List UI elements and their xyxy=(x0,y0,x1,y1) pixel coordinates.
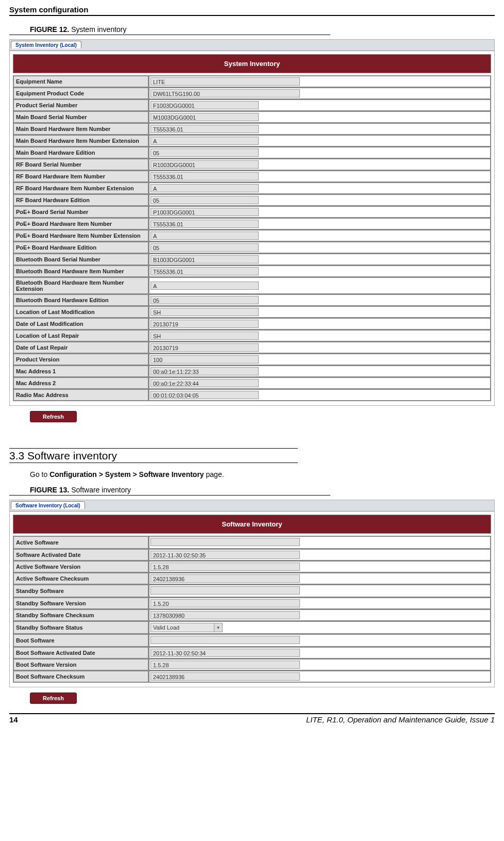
row-label: RF Board Hardware Item Number xyxy=(13,171,148,182)
footer-title: LITE, R1.0, Operation and Maintenance Gu… xyxy=(306,715,495,724)
table-row: Bluetooth Board Hardware Edition05 xyxy=(13,294,491,306)
row-label: Standby Software Status xyxy=(13,621,148,634)
readonly-field: T555336.01 xyxy=(150,220,259,228)
row-value: 1.5.28 xyxy=(149,561,491,572)
row-label: Date of Last Repair xyxy=(13,342,148,353)
table-row: Mac Address 100:a0:1e:11:22:33 xyxy=(13,366,491,377)
row-label: Date of Last Modification xyxy=(13,318,148,329)
row-value: M1003DGG0001 xyxy=(149,111,491,123)
row-label: Standby Software Checksum xyxy=(13,609,148,621)
row-value: 05 xyxy=(149,147,491,158)
table-row: Active Software xyxy=(13,536,491,549)
refresh-button[interactable]: Refresh xyxy=(30,411,77,422)
software-inventory-tab[interactable]: Software Inventory (Local) xyxy=(11,501,85,509)
row-value: T555336.01 xyxy=(149,171,491,182)
row-value: SH xyxy=(149,306,491,318)
readonly-field: 20130719 xyxy=(150,343,259,352)
readonly-field: 2012-11-30 02:50:35 xyxy=(150,551,300,559)
readonly-field: DW61LT5G190.00 xyxy=(150,89,300,97)
readonly-field xyxy=(150,538,300,546)
row-label: Standby Software xyxy=(13,585,148,597)
figure12-caption-text: System inventory xyxy=(69,25,126,34)
row-label: PoE+ Board Serial Number xyxy=(13,206,148,218)
readonly-field: R1003DGG0001 xyxy=(150,160,259,169)
table-row: Bluetooth Board Hardware Item Number Ext… xyxy=(13,277,491,294)
readonly-field: 1.5.28 xyxy=(150,563,300,571)
system-inventory-table: Equipment NameLITEEquipment Product Code… xyxy=(13,75,491,401)
readonly-field: 05 xyxy=(150,196,259,204)
row-label: Boot Software xyxy=(13,634,148,647)
table-row: Main Board Serial NumberM1003DGG0001 xyxy=(13,111,491,123)
software-inventory-table: Active SoftwareSoftware Activated Date20… xyxy=(13,536,491,683)
readonly-field xyxy=(150,586,300,595)
row-value: T555336.01 xyxy=(149,266,491,277)
table-row: Main Board Hardware Item Number Extensio… xyxy=(13,135,491,146)
table-row: Equipment Product CodeDW61LT5G190.00 xyxy=(13,88,491,99)
row-label: Bluetooth Board Serial Number xyxy=(13,254,148,265)
table-row: Equipment NameLITE xyxy=(13,76,491,87)
row-value: 00:a0:1e:22:33:44 xyxy=(149,377,491,389)
row-value: 1.5.20 xyxy=(149,598,491,609)
row-label: Bluetooth Board Hardware Item Number Ext… xyxy=(13,277,148,294)
row-value: A xyxy=(149,135,491,146)
chevron-down-icon[interactable]: ▼ xyxy=(214,623,222,632)
table-row: Date of Last Modification20130719 xyxy=(13,318,491,329)
row-label: Mac Address 1 xyxy=(13,366,148,377)
table-row: Boot Software xyxy=(13,634,491,647)
readonly-field: A xyxy=(150,184,259,192)
readonly-field: 1.5.28 xyxy=(150,661,300,669)
row-value: P1003DGG0001 xyxy=(149,206,491,218)
row-value: T555336.01 xyxy=(149,218,491,229)
figure13-caption: FIGURE 13. Software inventory xyxy=(9,486,330,496)
row-value: DW61LT5G190.00 xyxy=(149,88,491,99)
row-label: Mac Address 2 xyxy=(13,377,148,389)
row-value: 00:a0:1e:11:22:33 xyxy=(149,366,491,377)
row-value xyxy=(149,634,491,647)
page-footer: 14 LITE, R1.0, Operation and Maintenance… xyxy=(9,713,495,724)
row-label: Boot Software Version xyxy=(13,659,148,670)
readonly-field: 1378030980 xyxy=(150,611,300,619)
readonly-field: P1003DGG0001 xyxy=(150,208,259,216)
row-value: 100 xyxy=(149,354,491,365)
readonly-field: A xyxy=(150,282,259,290)
row-value: A xyxy=(149,230,491,241)
row-label: Product Serial Number xyxy=(13,100,148,111)
panel-tab-row: System Inventory (Local) xyxy=(10,40,494,51)
refresh-button[interactable]: Refresh xyxy=(30,692,77,704)
table-row: PoE+ Board Hardware Edition05 xyxy=(13,242,491,253)
system-inventory-tab[interactable]: System Inventory (Local) xyxy=(11,41,81,48)
panel-tab-row: Software Inventory (Local) xyxy=(10,500,494,511)
row-label: Equipment Name xyxy=(13,76,148,87)
table-row: RF Board Hardware Edition05 xyxy=(13,194,491,206)
readonly-field: 05 xyxy=(150,243,259,252)
table-row: Active Software Version1.5.28 xyxy=(13,561,491,572)
readonly-field: T555336.01 xyxy=(150,172,259,180)
row-value: LITE xyxy=(149,76,491,87)
table-row: PoE+ Board Serial NumberP1003DGG0001 xyxy=(13,206,491,218)
row-value: R1003DGG0001 xyxy=(149,159,491,170)
table-row: Location of Last RepairSH xyxy=(13,330,491,341)
page-number: 14 xyxy=(9,715,18,724)
table-row: Radio Mac Address00:01:02:03:04:05 xyxy=(13,389,491,401)
section-text-post: page. xyxy=(204,470,224,479)
row-label: Radio Mac Address xyxy=(13,389,148,401)
select-field[interactable]: Valid Load▼ xyxy=(150,623,223,632)
table-row: RF Board Serial NumberR1003DGG0001 xyxy=(13,159,491,170)
table-row: Boot Software Version1.5.28 xyxy=(13,659,491,670)
row-value: 00:01:02:03:04:05 xyxy=(149,389,491,401)
row-value: F1003DGG0001 xyxy=(149,100,491,111)
readonly-field: F1003DGG0001 xyxy=(150,101,259,109)
readonly-field: SH xyxy=(150,332,259,340)
row-label: Product Version xyxy=(13,354,148,365)
readonly-field: B1003DGG0001 xyxy=(150,255,259,263)
readonly-field: T555336.01 xyxy=(150,267,259,275)
row-label: RF Board Hardware Item Number Extension xyxy=(13,183,148,194)
row-label: Location of Last Modification xyxy=(13,306,148,318)
table-row: Active Software Checksum2402138936 xyxy=(13,573,491,584)
page-header: System configuration xyxy=(9,5,495,15)
row-value: 1.5.28 xyxy=(149,659,491,670)
table-row: RF Board Hardware Item Number ExtensionA xyxy=(13,183,491,194)
row-value: SH xyxy=(149,330,491,341)
readonly-field xyxy=(150,636,300,644)
row-value: 05 xyxy=(149,242,491,253)
